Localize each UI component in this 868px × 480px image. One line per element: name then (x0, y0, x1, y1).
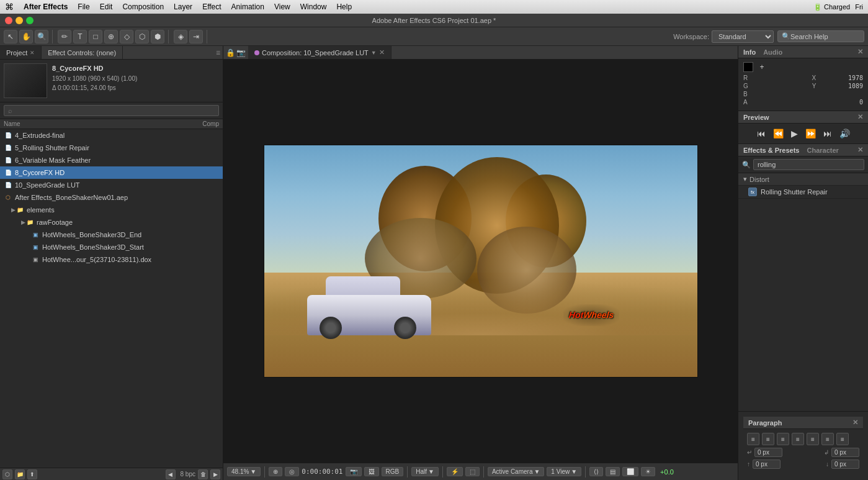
close-project-tab[interactable]: ✕ (30, 50, 35, 56)
list-item[interactable]: ▶ 📁 elements (0, 204, 223, 216)
close-comp-tab[interactable]: ✕ (379, 48, 385, 57)
menu-animation[interactable]: Animation (231, 2, 264, 11)
list-item[interactable]: ▣ HotWhee...our_5(23710-23811).dox (0, 253, 223, 266)
new-composition-btn[interactable]: ⬡ (2, 469, 12, 479)
minimize-button[interactable] (16, 17, 23, 24)
clone-tool[interactable]: ⊕ (104, 30, 118, 43)
preview-options-btn[interactable]: ◎ (285, 467, 299, 476)
list-item[interactable]: 📄 6_Variable Mask Feather (0, 154, 223, 166)
project-search-input[interactable] (4, 105, 219, 116)
tab-preview[interactable]: Preview (743, 114, 769, 121)
justify-all-btn[interactable]: ≡ (836, 433, 849, 445)
search-help-input[interactable] (790, 33, 860, 40)
justify-center-btn[interactable]: ≡ (807, 433, 819, 445)
audio-btn[interactable]: 🔊 (838, 127, 851, 140)
new-folder-btn[interactable]: 📁 (15, 469, 25, 479)
zoom-control[interactable]: 48.1% ▼ (227, 467, 261, 476)
comp-flowchart-btn[interactable]: ⟨⟩ (589, 467, 603, 476)
list-item[interactable]: ⬡ After Effects_BoneShakerNew01.aep (0, 191, 223, 204)
indent-right-input[interactable] (831, 448, 859, 457)
shape-tool[interactable]: □ (89, 30, 102, 43)
align-right-btn[interactable]: ≡ (777, 433, 789, 445)
snapshot-btn[interactable]: 📷 (346, 467, 362, 476)
trash-btn[interactable]: 🗑 (198, 469, 208, 479)
preview-panel-close[interactable]: ✕ (857, 113, 863, 121)
menu-after-effects[interactable]: After Effects (24, 2, 68, 11)
menu-help[interactable]: Help (336, 2, 352, 11)
snap-toggle[interactable]: ◈ (174, 30, 187, 43)
roto-tool[interactable]: ⬡ (135, 30, 149, 43)
align-left-btn[interactable]: ≡ (747, 433, 759, 445)
info-panel-menu[interactable]: ✕ (857, 48, 863, 56)
tab-character[interactable]: Character (807, 147, 839, 154)
align-center-btn[interactable]: ≡ (762, 433, 774, 445)
list-item[interactable]: ▶ 📁 rawFootage (0, 216, 223, 229)
reset-exposure-btn[interactable]: ☀ (641, 467, 655, 476)
tab-effect-controls[interactable]: Effect Controls: (none) (42, 46, 123, 59)
search-help-box[interactable]: 🔍 (777, 30, 864, 42)
text-tool[interactable]: T (73, 30, 87, 43)
composition-viewer[interactable]: HotWheels (223, 60, 738, 463)
active-camera-selector[interactable]: Active Camera ▼ (488, 467, 544, 476)
fast-preview-btn[interactable]: ⚡ (447, 467, 463, 476)
expand-icon[interactable]: ▶ (21, 219, 25, 225)
effect-category-distort[interactable]: ▾ Distort (738, 173, 868, 186)
space-before-input[interactable] (753, 460, 781, 469)
import-btn[interactable]: ⬆ (27, 469, 37, 479)
list-item[interactable]: 📄 5_Rolling Shutter Repair (0, 142, 223, 154)
menu-edit[interactable]: Edit (100, 2, 113, 11)
quality-selector[interactable]: Half ▼ (411, 467, 439, 476)
apple-menu[interactable]: ⌘ (5, 2, 14, 12)
transparency-btn[interactable]: ⬚ (465, 467, 480, 476)
zoom-tool[interactable]: 🔍 (35, 30, 48, 43)
workspace-dropdown[interactable]: Standard All Panels Animation (712, 30, 774, 43)
menu-view[interactable]: View (274, 2, 290, 11)
puppet-tool[interactable]: ⬢ (151, 30, 164, 43)
effect-rolling-shutter-repair[interactable]: fx Rolling Shutter Repair (738, 186, 868, 199)
always-preview-btn[interactable]: ⊕ (269, 467, 282, 476)
justify-btn[interactable]: ≡ (792, 433, 804, 445)
paragraph-panel-close[interactable]: ✕ (852, 419, 858, 427)
close-button[interactable] (5, 17, 12, 24)
scroll-left-btn[interactable]: ◀ (166, 469, 176, 479)
list-item-selected[interactable]: 📄 8_CycoreFX HD (0, 166, 223, 179)
tab-paragraph[interactable]: Paragraph (748, 419, 782, 427)
view-layout-selector[interactable]: 1 View ▼ (547, 467, 581, 476)
list-item[interactable]: 📄 10_SpeedGrade LUT (0, 179, 223, 191)
expand-icon[interactable]: ▶ (11, 207, 16, 213)
snap-btn[interactable]: ⇥ (189, 30, 203, 43)
tab-dropdown-icon[interactable]: ▼ (371, 50, 377, 56)
effects-panel-close[interactable]: ✕ (857, 146, 863, 154)
next-frame-btn[interactable]: ⏩ (804, 127, 817, 140)
first-frame-btn[interactable]: ⏮ (756, 127, 767, 140)
region-of-interest-btn[interactable]: ⬜ (622, 467, 638, 476)
effects-search-input[interactable]: rolling (753, 159, 864, 170)
tab-effects[interactable]: Effects & Presets (743, 147, 800, 154)
last-frame-btn[interactable]: ⏭ (822, 127, 833, 140)
list-item[interactable]: ▣ HotWheels_BoneShaker3D_End (0, 229, 223, 241)
list-item[interactable]: ▣ HotWheels_BoneShaker3D_Start (0, 241, 223, 253)
hand-tool[interactable]: ✋ (19, 30, 33, 43)
show-snapshot-btn[interactable]: 🖼 (364, 467, 379, 476)
eraser-tool[interactable]: ◇ (120, 30, 133, 43)
tab-speedgrade-lut[interactable]: Composition: 10_SpeedGrade LUT ▼ ✕ (248, 46, 391, 59)
tab-info[interactable]: Info (743, 48, 756, 56)
indent-left-input[interactable] (754, 448, 782, 457)
menu-file[interactable]: File (78, 2, 89, 11)
menu-composition[interactable]: Composition (122, 2, 164, 11)
tab-project[interactable]: Project ✕ (0, 46, 42, 59)
scroll-right-btn[interactable]: ▶ (210, 469, 220, 479)
menu-effect[interactable]: Effect (202, 2, 221, 11)
tab-audio[interactable]: Audio (763, 48, 782, 56)
space-after-input[interactable] (831, 460, 859, 469)
maximize-button[interactable] (26, 17, 34, 24)
prev-frame-btn[interactable]: ⏪ (772, 127, 785, 140)
crosshair-btn[interactable]: + (757, 62, 767, 72)
menu-layer[interactable]: Layer (174, 2, 192, 11)
pen-tool[interactable]: ✏ (58, 30, 71, 43)
arrow-tool[interactable]: ↖ (4, 30, 17, 43)
show-channel-btn[interactable]: RGB (382, 467, 404, 476)
justify-right-btn[interactable]: ≡ (821, 433, 834, 445)
panel-menu-btn[interactable]: ≡ (216, 48, 220, 57)
list-item[interactable]: 📄 4_Extruded-final (0, 129, 223, 142)
